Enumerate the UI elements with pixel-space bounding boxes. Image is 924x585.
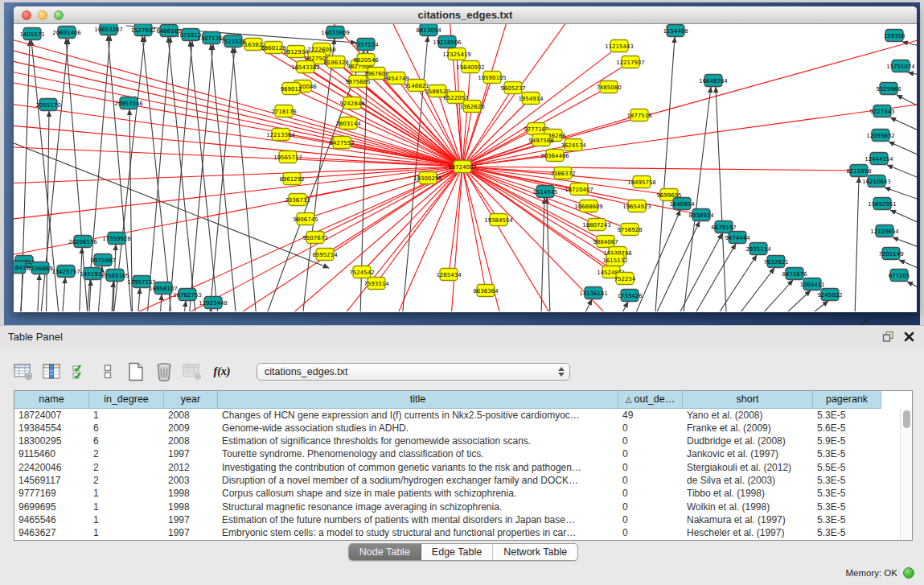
network-canvas[interactable]: 7163822886012889129342222605898275051654… bbox=[14, 24, 917, 311]
delete-table-icon[interactable] bbox=[183, 362, 202, 381]
table-options-icon[interactable] bbox=[14, 362, 33, 381]
table-select-dropdown[interactable]: citations_edges.txt bbox=[257, 363, 570, 381]
table-panel-titlebar[interactable]: Table Panel bbox=[0, 325, 924, 348]
graph-node[interactable]: 2055170 bbox=[35, 99, 60, 111]
table-row[interactable]: 9777169 1 1998 Corpus callosum shape and… bbox=[14, 487, 900, 500]
graph-node[interactable]: 17359928 bbox=[102, 233, 131, 245]
graph-node[interactable]: 159358 bbox=[884, 30, 906, 42]
graph-node[interactable]: 19218506 bbox=[433, 36, 462, 48]
table-row[interactable]: 14569117 2 2003 Disruption of a novel me… bbox=[14, 474, 900, 487]
graph-node[interactable]: 9329966 bbox=[876, 83, 901, 95]
float-panel-icon[interactable] bbox=[881, 330, 895, 343]
graph-node[interactable]: 2036731 bbox=[285, 194, 310, 206]
graph-node[interactable]: 9242848 bbox=[339, 97, 364, 109]
graph-node[interactable]: 2718176 bbox=[271, 105, 297, 117]
graph-node[interactable]: 16720407 bbox=[565, 183, 593, 196]
graph-node[interactable]: 7386372 bbox=[550, 167, 575, 179]
column-header-year[interactable]: year bbox=[164, 391, 218, 409]
graph-node[interactable]: 9245022 bbox=[817, 289, 842, 301]
graph-node[interactable]: 1362620 bbox=[459, 101, 484, 113]
graph-node[interactable]: 20364486 bbox=[540, 150, 569, 162]
graph-node[interactable]: 7357224 bbox=[353, 39, 379, 51]
graph-node[interactable]: 14136141 bbox=[579, 287, 608, 299]
column-header-in-degree[interactable]: in_degree bbox=[89, 391, 164, 409]
column-header-out-degree[interactable]: △out_de… bbox=[618, 391, 683, 409]
function-builder-button[interactable]: f(x) bbox=[211, 365, 233, 378]
graph-node[interactable]: 8215958 bbox=[846, 165, 871, 177]
table-scrollbar[interactable] bbox=[900, 409, 912, 540]
graph-node[interactable]: 677205 bbox=[889, 270, 910, 282]
graph-node[interactable]: 1527602 bbox=[130, 24, 155, 36]
graph-node[interactable]: 18495758 bbox=[627, 176, 656, 188]
graph-node[interactable]: 8813054 bbox=[416, 24, 441, 36]
graph-node[interactable]: 9227343 bbox=[869, 105, 894, 117]
table-row[interactable]: 9465546 1 1997 Estimation of the future … bbox=[14, 513, 900, 526]
show-columns-icon[interactable] bbox=[42, 362, 61, 381]
table-row[interactable]: 22420046 2 2012 Investigating the contri… bbox=[14, 461, 900, 474]
graph-node[interactable]: 8938924 bbox=[688, 209, 714, 221]
table-row[interactable]: 18300295 6 2008 Estimation of significan… bbox=[14, 435, 900, 447]
column-header-short[interactable]: short bbox=[683, 391, 813, 409]
graph-node[interactable]: 7515526 bbox=[220, 35, 246, 47]
graph-node[interactable]: 19384554 bbox=[484, 214, 513, 226]
row-height-icon[interactable] bbox=[98, 362, 117, 381]
graph-node[interactable]: 12923448 bbox=[199, 297, 228, 309]
graph-node[interactable]: 10653287 bbox=[94, 24, 123, 35]
graph-node[interactable]: 1065411 bbox=[799, 278, 824, 290]
graph-node[interactable]: 1156869 bbox=[27, 262, 52, 274]
graph-node[interactable]: 7524542 bbox=[349, 266, 374, 278]
new-column-icon[interactable] bbox=[126, 362, 146, 381]
graph-node[interactable]: 1154408 bbox=[663, 25, 688, 37]
graph-node[interactable]: 11215443 bbox=[605, 40, 634, 52]
graph-node[interactable]: 16210643 bbox=[862, 175, 891, 187]
graph-node[interactable]: 8860128 bbox=[261, 42, 285, 54]
graph-node[interactable]: 9884067 bbox=[593, 236, 618, 248]
table-row[interactable]: 9115460 2 1997 Tourette syndrome. Phenom… bbox=[14, 447, 900, 460]
graph-node[interactable]: 2803144 bbox=[335, 117, 361, 130]
graph-node[interactable]: 989012 bbox=[281, 83, 302, 95]
graph-node[interactable]: 12217937 bbox=[616, 56, 645, 68]
graph-node[interactable]: 9756928 bbox=[617, 224, 642, 236]
graph-node[interactable]: 1877516 bbox=[626, 109, 652, 122]
graph-node[interactable]: 9975887 bbox=[90, 254, 115, 266]
graph-node[interactable]: 1640954 bbox=[669, 198, 695, 210]
graph-node[interactable]: 1514545 bbox=[532, 186, 557, 198]
network-window[interactable]: citations_edges.txt 71638228860128891293… bbox=[14, 6, 917, 312]
graph-node[interactable]: 12103654 bbox=[870, 225, 899, 237]
graph-node[interactable]: 7593514 bbox=[363, 278, 389, 290]
graph-node[interactable]: 8595214 bbox=[312, 249, 338, 261]
graph-node[interactable]: 1265434 bbox=[436, 269, 462, 281]
tab-edge-table[interactable]: Edge Table bbox=[421, 544, 493, 560]
table-row[interactable]: 19384554 6 2009 Genome-wide association … bbox=[14, 422, 900, 435]
column-header-name[interactable]: name bbox=[14, 391, 89, 409]
graph-node[interactable]: 15640932 bbox=[456, 61, 485, 73]
graph-node[interactable]: 20691406 bbox=[52, 27, 81, 39]
graph-node[interactable]: 15692951 bbox=[868, 198, 897, 210]
graph-node[interactable]: 8636364 bbox=[473, 285, 499, 297]
graph-node[interactable]: 15751074 bbox=[886, 60, 915, 72]
graph-node[interactable]: 1954914 bbox=[518, 93, 544, 105]
scrollbar-thumb[interactable] bbox=[903, 410, 910, 428]
graph-node[interactable]: 7485080 bbox=[596, 81, 621, 93]
table-row[interactable]: 18724007 1 2008 Changes of HCN gene expr… bbox=[14, 409, 900, 422]
graph-node[interactable]: 13425757 bbox=[51, 266, 80, 278]
graph-node[interactable]: 12093832 bbox=[866, 130, 895, 142]
graph-node[interactable]: 9497568 bbox=[528, 134, 553, 146]
graph-node[interactable]: 9820546 bbox=[353, 54, 379, 66]
table-row[interactable]: 9463627 1 1997 Embryonic stem cells: a m… bbox=[14, 526, 900, 539]
graph-node[interactable]: 3624574 bbox=[561, 139, 586, 151]
graph-node[interactable]: 1405571 bbox=[19, 28, 44, 40]
graph-node[interactable]: 9507673 bbox=[302, 232, 327, 244]
graph-node[interactable]: 1733426 bbox=[617, 290, 643, 302]
column-header-pagerank[interactable]: pagerank bbox=[813, 391, 881, 409]
network-window-titlebar[interactable]: citations_edges.txt bbox=[14, 6, 917, 24]
graph-node[interactable]: 8961292 bbox=[279, 173, 304, 185]
graph-node[interactable]: 16648784 bbox=[699, 75, 728, 87]
graph-node[interactable]: 752254 bbox=[614, 273, 636, 285]
select-columns-icon[interactable] bbox=[70, 362, 89, 381]
memory-ok-indicator[interactable] bbox=[903, 567, 914, 579]
graph-node[interactable]: 9474444 bbox=[725, 232, 750, 244]
graph-node[interactable]: 7632621 bbox=[763, 256, 788, 268]
graph-node[interactable]: 9806745 bbox=[293, 213, 318, 225]
graph-node[interactable]: 8471676 bbox=[782, 268, 807, 280]
